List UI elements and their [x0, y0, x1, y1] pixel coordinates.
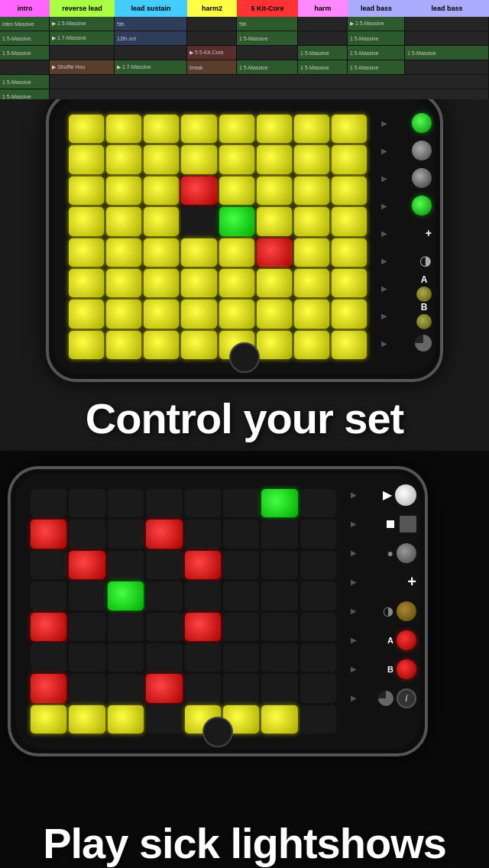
clip-r1c3[interactable]: 5th: [115, 17, 187, 31]
scene-launch-3[interactable]: [412, 168, 432, 188]
bpad-4-7[interactable]: [300, 613, 336, 641]
pad-7-1[interactable]: [106, 331, 141, 359]
pad-7-7[interactable]: [332, 331, 367, 359]
bpad-2-7[interactable]: [300, 551, 336, 579]
bpad-7-3[interactable]: [146, 705, 182, 734]
pad-2-0[interactable]: [69, 177, 104, 205]
clip-r3c7[interactable]: 1 5-Massive: [348, 46, 405, 60]
b-play-icon-4[interactable]: ▶: [348, 576, 360, 588]
clip-r4c7[interactable]: 1 5-Massive: [348, 60, 405, 74]
bpad-5-4[interactable]: [185, 643, 221, 672]
clip-r3c1[interactable]: 1 5-Massive: [0, 46, 50, 60]
pad-5-2[interactable]: [144, 269, 179, 297]
pad-2-6[interactable]: [294, 177, 329, 205]
bpad-3-5[interactable]: [223, 581, 259, 610]
pad-7-3[interactable]: [181, 331, 216, 359]
pad-5-6[interactable]: [294, 269, 329, 297]
bpad-1-7[interactable]: [300, 520, 336, 548]
bpad-0-5[interactable]: [223, 489, 259, 517]
bpad-2-2[interactable]: [108, 551, 144, 579]
play-icon-3[interactable]: ▶: [378, 172, 390, 184]
bpad-5-5[interactable]: [223, 643, 259, 672]
pad-0-3[interactable]: [181, 115, 216, 143]
bpad-6-4[interactable]: [185, 674, 221, 702]
clip-r1c2[interactable]: ▶ 1 5-Massive: [50, 17, 115, 31]
pad-7-5[interactable]: [257, 331, 292, 359]
clip-r1c1[interactable]: Intro Massive: [0, 17, 50, 31]
bpad-6-7[interactable]: [300, 674, 336, 702]
scene-launch-2[interactable]: [412, 141, 432, 160]
bpad-4-6[interactable]: [261, 613, 297, 641]
bpad-1-6[interactable]: [261, 520, 297, 548]
pad-4-7[interactable]: [332, 238, 367, 267]
bpad-0-7[interactable]: [300, 489, 336, 517]
clip-r2c3[interactable]: 12th oct: [115, 31, 187, 45]
pad-1-7[interactable]: [332, 145, 367, 173]
play-icon-5[interactable]: ▶: [378, 227, 390, 239]
play-icon-1[interactable]: ▶: [378, 117, 390, 129]
pad-7-0[interactable]: [69, 331, 104, 359]
pad-3-4[interactable]: [219, 207, 254, 235]
bpad-4-2[interactable]: [108, 613, 144, 641]
bpad-6-0[interactable]: [31, 674, 66, 702]
pie-button[interactable]: [415, 335, 432, 351]
side-button-bottom[interactable]: [425, 592, 428, 630]
bpad-4-4[interactable]: [185, 613, 221, 641]
b-play-icon-3[interactable]: ▶: [348, 547, 360, 559]
pad-3-2[interactable]: [144, 207, 179, 235]
pad-0-6[interactable]: [294, 115, 329, 143]
bpad-3-1[interactable]: [69, 581, 105, 610]
bpad-5-1[interactable]: [69, 643, 105, 672]
pad-6-7[interactable]: [332, 300, 367, 328]
play-icon-7[interactable]: ▶: [378, 282, 390, 294]
play-icon-9[interactable]: ▶: [378, 337, 390, 349]
clip-r3c4[interactable]: ▶ 5 5-Kit-Core: [187, 46, 237, 60]
bpad-3-2[interactable]: [108, 581, 144, 610]
play-icon-4[interactable]: ▶: [378, 199, 390, 212]
moon-icon-b[interactable]: ◑: [383, 604, 393, 618]
pad-3-3[interactable]: [181, 207, 216, 235]
pad-6-3[interactable]: [181, 300, 216, 328]
b-circle-b[interactable]: [397, 659, 416, 679]
pad-3-1[interactable]: [106, 207, 141, 235]
clip-r1c5[interactable]: 5th: [237, 17, 298, 31]
pad-1-5[interactable]: [257, 145, 292, 173]
pad-5-5[interactable]: [257, 269, 292, 297]
bpad-1-0[interactable]: [31, 520, 66, 548]
clip-r2c2[interactable]: ▶ 1 7-Massive: [50, 31, 115, 45]
b-play-icon-8[interactable]: ▶: [348, 692, 360, 704]
bpad-4-0[interactable]: [31, 613, 66, 641]
pad-5-3[interactable]: [181, 269, 216, 297]
pad-3-5[interactable]: [257, 207, 292, 235]
pad-5-1[interactable]: [106, 269, 141, 297]
bpad-7-7[interactable]: [300, 705, 336, 734]
clip-r2c5[interactable]: 1 5-Massive: [237, 31, 298, 45]
bpad-2-4[interactable]: [185, 551, 221, 579]
pad-6-0[interactable]: [69, 300, 104, 328]
pad-7-6[interactable]: [294, 331, 329, 359]
pad-6-4[interactable]: [219, 300, 254, 328]
bpad-6-5[interactable]: [223, 674, 259, 702]
pad-grid-bottom[interactable]: [15, 474, 344, 749]
clip-r3c6[interactable]: 1 5-Massive: [298, 46, 348, 60]
gray-circle-b[interactable]: [397, 543, 416, 563]
b-play-icon-1[interactable]: ▶: [348, 489, 360, 501]
pad-0-1[interactable]: [106, 115, 141, 143]
stop-button-b[interactable]: ⏹: [384, 517, 397, 531]
bpad-1-3[interactable]: [146, 520, 182, 548]
bpad-0-3[interactable]: [146, 489, 182, 517]
pad-5-4[interactable]: [219, 269, 254, 297]
pad-2-7[interactable]: [332, 177, 367, 205]
scene-launch-1[interactable]: [412, 113, 432, 133]
bpad-6-2[interactable]: [108, 674, 144, 702]
bpad-0-2[interactable]: [108, 489, 144, 517]
bpad-1-1[interactable]: [69, 520, 105, 548]
clip-r1c7[interactable]: ▶ 1 5-Massive: [348, 17, 405, 31]
bpad-2-3[interactable]: [146, 551, 182, 579]
pad-4-6[interactable]: [294, 238, 329, 267]
bpad-0-4[interactable]: [185, 489, 221, 517]
bpad-5-0[interactable]: [31, 643, 66, 672]
pad-2-2[interactable]: [144, 177, 179, 205]
pad-4-5[interactable]: [257, 238, 292, 267]
bpad-5-2[interactable]: [108, 643, 144, 672]
